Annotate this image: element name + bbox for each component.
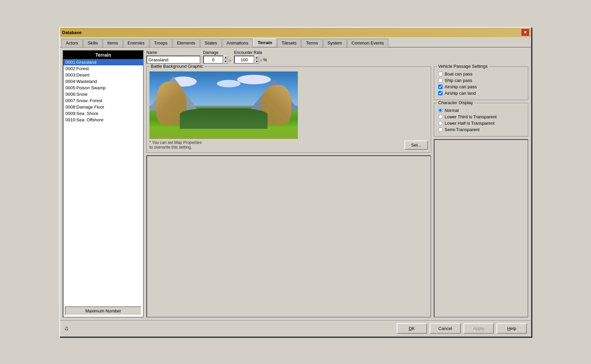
list-item[interactable]: 0001:Grassland (63, 59, 143, 65)
tab-terrain[interactable]: Terrain (253, 38, 277, 47)
tab-terms[interactable]: Terms (302, 39, 322, 47)
radio-lower-third[interactable] (438, 115, 443, 119)
damage-field-group: Damage ▲ ▼ ⬦ (203, 50, 231, 64)
radio-lower-third-row[interactable]: Lower Third is Transparent (438, 114, 524, 119)
encounter-rate-label: Encounter Rate (234, 50, 267, 55)
airship-can-land-row[interactable]: Airship can land (438, 91, 524, 96)
tab-elements[interactable]: Elements (173, 39, 200, 47)
damage-spinner-buttons: ▲ ▼ (223, 56, 228, 64)
tab-states[interactable]: States (200, 39, 222, 47)
damage-increment[interactable]: ▲ (223, 56, 228, 60)
boat-can-pass-label: Boat can pass (445, 71, 472, 77)
encounter-rate-spinner-buttons: ▲ ▼ (254, 56, 259, 64)
character-display-section: Character Display Normal Lower Third is … (434, 103, 528, 136)
encounter-rate-field-group: Encounter Rate ▲ ▼ ⬦ % (234, 50, 267, 64)
empty-preview-box (146, 155, 431, 317)
apply-button[interactable]: Apply (463, 323, 494, 334)
encounter-rate-increment[interactable]: ▲ (254, 56, 259, 60)
tab-enemies[interactable]: Enemies (123, 39, 149, 47)
bg-cloud3 (217, 80, 241, 87)
encounter-rate-spinner: ▲ ▼ ⬦ % (234, 56, 267, 64)
encounter-rate-decrement[interactable]: ▼ (254, 60, 259, 64)
database-window: Database ✕ Actors Skills Items Enemies T… (59, 27, 532, 337)
music-icon: ♫ (64, 325, 69, 332)
list-header: Terrain (63, 51, 143, 59)
percent-label: % (262, 57, 267, 62)
list-item[interactable]: 0007:Snow: Forest (63, 97, 143, 104)
radio-normal-label: Normal (445, 108, 459, 113)
damage-unit-icon: ⬦ (228, 57, 231, 62)
ship-can-pass-row[interactable]: Ship can pass (438, 78, 524, 83)
vehicle-passage-section: Vehicle Passage Settings Boat can pass S… (434, 66, 528, 100)
radio-normal[interactable] (438, 108, 443, 113)
airship-can-pass-row[interactable]: Airship can pass (438, 84, 524, 89)
right-main: Vehicle Passage Settings Boat can pass S… (434, 66, 528, 317)
title-bar-buttons: ✕ (522, 29, 529, 36)
name-label: Name (146, 50, 200, 55)
tab-actors[interactable]: Actors (61, 39, 83, 47)
damage-decrement[interactable]: ▼ (223, 60, 228, 64)
tab-items[interactable]: Items (103, 39, 122, 47)
tab-bar: Actors Skills Items Enemies Troops Eleme… (60, 37, 531, 48)
close-button[interactable]: ✕ (522, 29, 529, 36)
vehicle-passage-legend: Vehicle Passage Settings (437, 64, 489, 69)
right-empty-box (434, 139, 528, 317)
list-item[interactable]: 0006:Snow (63, 91, 143, 97)
cancel-button[interactable]: Cancel (430, 323, 461, 334)
damage-input[interactable] (203, 56, 223, 64)
tab-skills[interactable]: Skills (83, 39, 102, 47)
list-item[interactable]: 0010:Sea: Offshore (63, 117, 143, 123)
list-item[interactable]: 0003:Desert (63, 72, 143, 78)
help-button[interactable]: Help (497, 323, 527, 334)
tab-troops[interactable]: Troops (150, 39, 172, 47)
battle-bg-image (149, 71, 298, 139)
damage-spinner: ▲ ▼ ⬦ (203, 56, 231, 64)
encounter-rate-unit-icon: ⬦ (259, 57, 262, 62)
bottom-bar: ♫ OK Cancel Apply Help (60, 320, 531, 336)
damage-label: Damage (203, 50, 231, 55)
airship-can-land-checkbox[interactable] (438, 91, 443, 95)
encounter-rate-input[interactable] (234, 56, 254, 64)
battle-bg-note-text: * You can set Map Propertiesto overwrite… (149, 140, 202, 150)
list-item[interactable]: 0005:Poison Swamp (63, 85, 143, 91)
tab-animations[interactable]: Animations (222, 39, 253, 47)
top-controls: Name Damage ▲ ▼ ⬦ Encounter Rate (146, 50, 528, 64)
bottom-buttons: OK Cancel Apply Help (397, 323, 527, 334)
right-panel: Name Damage ▲ ▼ ⬦ Encounter Rate (146, 50, 528, 317)
boat-can-pass-checkbox[interactable] (438, 72, 443, 76)
name-field-group: Name (146, 50, 200, 64)
tab-common-events[interactable]: Common Events (347, 39, 388, 47)
bg-trees (180, 109, 268, 129)
radio-lower-half-label: Lower Half is Transparent (445, 121, 495, 126)
list-item[interactable]: 0004:Wasteland (63, 78, 143, 85)
ship-can-pass-label: Ship can pass (445, 78, 472, 83)
boat-can-pass-row[interactable]: Boat can pass (438, 71, 524, 77)
list-item[interactable]: 0009:Sea: Shore (63, 110, 143, 117)
radio-semi-transparent[interactable] (438, 127, 443, 132)
name-input[interactable] (146, 56, 200, 64)
set-button[interactable]: Set... (404, 141, 428, 150)
battle-bg-area: * You can set Map Propertiesto overwrite… (149, 71, 428, 150)
ship-can-pass-checkbox[interactable] (438, 78, 443, 83)
battle-bg-note-row: * You can set Map Propertiesto overwrite… (149, 140, 428, 150)
tab-system[interactable]: System (323, 39, 346, 47)
left-main: Battle Background Graphic (146, 66, 431, 317)
ok-button[interactable]: OK (397, 323, 427, 334)
battle-bg-section: Battle Background Graphic (146, 66, 431, 153)
list-item[interactable]: 0002:Forest (63, 65, 143, 72)
character-display-legend: Character Display (437, 100, 474, 105)
airship-can-pass-checkbox[interactable] (438, 85, 443, 89)
radio-semi-transparent-row[interactable]: Semi-Transparent (438, 127, 524, 132)
radio-lower-half[interactable] (438, 121, 443, 125)
radio-normal-row[interactable]: Normal (438, 108, 524, 113)
terrain-list-panel: Terrain 0001:Grassland 0002:Forest 0003:… (63, 50, 144, 317)
radio-lower-third-label: Lower Third is Transparent (445, 114, 497, 119)
battle-bg-legend: Battle Background Graphic (149, 64, 204, 69)
title-bar: Database ✕ (60, 28, 531, 37)
radio-lower-half-row[interactable]: Lower Half is Transparent (438, 121, 524, 126)
list-item[interactable]: 0008:Damage Floor (63, 104, 143, 110)
airship-can-land-label: Airship can land (445, 91, 476, 96)
radio-semi-transparent-label: Semi-Transparent (445, 127, 480, 132)
max-number-button[interactable]: Maximum Number (65, 306, 142, 315)
tab-tilesets[interactable]: Tilesets (277, 39, 301, 47)
